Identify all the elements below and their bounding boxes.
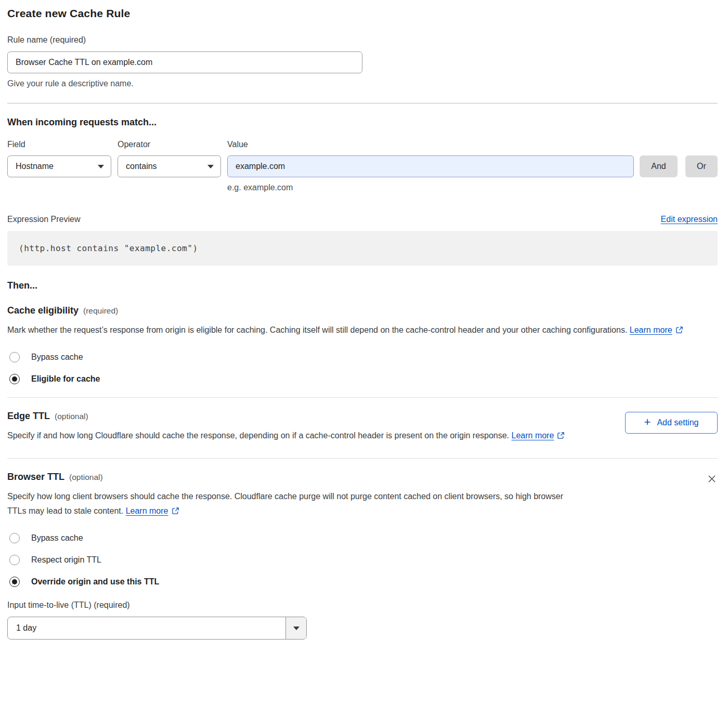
rule-name-label: Rule name (required) — [7, 35, 718, 45]
radio-browser-bypass-cache[interactable]: Bypass cache — [7, 533, 718, 543]
add-setting-label: Add setting — [657, 418, 698, 427]
operator-label: Operator — [118, 140, 227, 149]
radio-override-origin-ttl[interactable]: Override origin and use this TTL — [7, 577, 718, 587]
edge-ttl-description-text: Specify if and how long Cloudflare shoul… — [7, 431, 509, 440]
match-heading: When incoming requests match... — [7, 117, 718, 128]
radio-respect-origin-ttl[interactable]: Respect origin TTL — [7, 555, 718, 565]
section-divider — [7, 397, 718, 398]
match-section: When incoming requests match... Field Op… — [7, 117, 718, 192]
ttl-select-value: 1 day — [8, 617, 285, 639]
or-button[interactable]: Or — [685, 155, 718, 177]
chevron-down-icon — [207, 165, 214, 168]
value-input[interactable] — [227, 155, 634, 177]
edge-ttl-section: Edge TTL (optional) Specify if and how l… — [7, 411, 718, 444]
cache-eligibility-description: Mark whether the request’s response from… — [7, 323, 718, 338]
section-divider — [7, 458, 718, 459]
ttl-select-caret-button[interactable] — [285, 617, 306, 639]
radio-bypass-cache[interactable]: Bypass cache — [7, 352, 718, 362]
external-link-icon — [557, 429, 565, 444]
value-help: e.g. example.com — [227, 183, 718, 192]
radio-circle-icon — [9, 555, 20, 565]
ttl-select[interactable]: 1 day — [7, 617, 307, 640]
radio-circle-icon — [9, 352, 20, 362]
cache-eligibility-qualifier: (required) — [83, 306, 118, 316]
cache-eligibility-description-text: Mark whether the request’s response from… — [7, 325, 627, 334]
and-button[interactable]: And — [640, 155, 678, 177]
operator-select-value: contains — [126, 162, 157, 171]
chevron-down-icon — [293, 627, 300, 630]
edge-ttl-title: Edge TTL — [7, 411, 50, 422]
browser-ttl-title-row: Browser TTL (optional) — [7, 472, 696, 483]
external-link-icon — [172, 505, 179, 519]
browser-ttl-title: Browser TTL — [7, 472, 64, 483]
radio-eligible-for-cache[interactable]: Eligible for cache — [7, 374, 718, 384]
page-title: Create new Cache Rule — [7, 7, 718, 20]
browser-ttl-section: Browser TTL (optional) Specify how long … — [7, 472, 718, 519]
radio-label: Respect origin TTL — [31, 555, 101, 565]
expression-code-block: (http.host contains "example.com") — [7, 231, 718, 266]
plus-icon: + — [644, 416, 651, 428]
browser-ttl-learn-more-link[interactable]: Learn more — [126, 506, 168, 515]
edge-ttl-learn-more-link[interactable]: Learn more — [512, 431, 554, 440]
radio-circle-icon — [9, 577, 20, 587]
create-cache-rule-form: Create new Cache Rule Rule name (require… — [0, 0, 728, 640]
operator-select[interactable]: contains — [118, 155, 221, 177]
then-heading: Then... — [7, 280, 718, 291]
remove-browser-ttl-button[interactable] — [706, 474, 718, 485]
edit-expression-link[interactable]: Edit expression — [661, 215, 718, 224]
radio-label: Bypass cache — [31, 533, 83, 543]
edge-ttl-main: Edge TTL (optional) Specify if and how l… — [7, 411, 615, 444]
radio-label: Eligible for cache — [31, 374, 100, 384]
browser-ttl-main: Browser TTL (optional) Specify how long … — [7, 472, 696, 519]
match-labels-row: Field Operator Value — [7, 140, 718, 149]
edge-ttl-qualifier: (optional) — [55, 412, 88, 421]
browser-ttl-radio-group: Bypass cache Respect origin TTL Override… — [7, 533, 718, 587]
cache-eligibility-title: Cache eligibility — [7, 305, 79, 316]
value-label: Value — [227, 140, 248, 149]
edge-ttl-description: Specify if and how long Cloudflare shoul… — [7, 428, 574, 444]
rule-name-input[interactable] — [7, 51, 362, 73]
radio-label: Bypass cache — [31, 353, 83, 362]
chevron-down-icon — [98, 165, 104, 168]
expression-preview-label: Expression Preview — [7, 215, 81, 224]
edge-ttl-title-row: Edge TTL (optional) — [7, 411, 615, 422]
radio-label: Override origin and use this TTL — [31, 577, 159, 586]
radio-circle-icon — [9, 374, 20, 384]
field-label: Field — [7, 140, 118, 149]
cache-eligibility-radio-group: Bypass cache Eligible for cache — [7, 352, 718, 384]
cache-eligibility-learn-more-link[interactable]: Learn more — [630, 325, 672, 334]
expression-preview-row: Expression Preview Edit expression — [7, 215, 718, 224]
field-select-value: Hostname — [16, 162, 54, 171]
browser-ttl-qualifier: (optional) — [69, 473, 103, 482]
external-link-icon — [675, 324, 683, 338]
field-select[interactable]: Hostname — [7, 155, 111, 177]
browser-ttl-description-text: Specify how long client browsers should … — [7, 492, 563, 515]
ttl-input-field: Input time-to-live (TTL) (required) 1 da… — [7, 601, 718, 640]
radio-circle-icon — [9, 533, 20, 543]
cache-eligibility-title-row: Cache eligibility (required) — [7, 305, 718, 316]
rule-name-help: Give your rule a descriptive name. — [7, 79, 718, 88]
section-divider — [7, 103, 718, 103]
browser-ttl-description: Specify how long client browsers should … — [7, 489, 574, 519]
close-icon — [707, 478, 717, 486]
add-setting-button[interactable]: + Add setting — [625, 412, 718, 434]
ttl-input-label: Input time-to-live (TTL) (required) — [7, 601, 718, 610]
match-controls-row: Hostname contains And Or — [7, 155, 718, 177]
